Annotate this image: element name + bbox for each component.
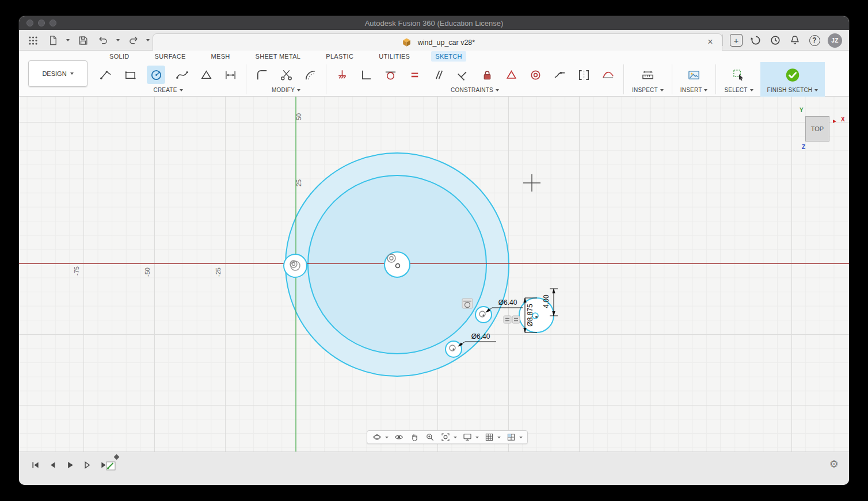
trim-tool-icon[interactable] bbox=[279, 67, 294, 82]
line-tool-icon[interactable] bbox=[98, 67, 113, 82]
select-group: SELECT bbox=[722, 62, 755, 97]
parallel-constraint-icon[interactable] bbox=[431, 67, 446, 82]
viewcube-top-face[interactable]: TOP bbox=[805, 116, 829, 141]
select-dropdown[interactable]: SELECT bbox=[724, 87, 753, 93]
timeline-position-marker bbox=[114, 454, 120, 460]
user-avatar[interactable]: JZ bbox=[828, 33, 842, 48]
dimension-b-label[interactable]: Ø6.40 bbox=[471, 332, 490, 341]
zoom-icon[interactable] bbox=[425, 432, 435, 442]
fit-caret-icon[interactable] bbox=[454, 437, 457, 438]
tab-solid[interactable]: SOLID bbox=[105, 51, 134, 62]
viewcube[interactable]: Y TOP X Z bbox=[796, 107, 849, 154]
timeline-sketch-feature[interactable] bbox=[105, 460, 117, 472]
sync-status-icon[interactable] bbox=[749, 34, 762, 47]
spline-tool-icon[interactable] bbox=[174, 67, 189, 82]
tab-mesh[interactable]: MESH bbox=[207, 51, 234, 62]
close-tab-icon[interactable]: × bbox=[705, 36, 716, 48]
timeline-step-forward-icon[interactable] bbox=[81, 459, 93, 471]
notifications-bell-icon[interactable] bbox=[789, 34, 801, 47]
close-window-button[interactable] bbox=[26, 20, 33, 26]
file-menu-caret-icon[interactable] bbox=[66, 39, 70, 41]
document-tab[interactable]: wind_up_car v28* × bbox=[153, 33, 722, 51]
file-menu-icon[interactable] bbox=[46, 33, 60, 47]
sketch-viewport[interactable]: 50 25 -75 -50 -25 bbox=[19, 97, 849, 452]
dimension-d-label[interactable]: 4.00 bbox=[542, 295, 550, 308]
pan-icon[interactable] bbox=[409, 432, 420, 442]
tab-sketch[interactable]: SKETCH bbox=[431, 51, 466, 62]
timeline-skip-start-icon[interactable] bbox=[29, 459, 41, 471]
horizontal-vertical-constraint-icon[interactable] bbox=[359, 67, 374, 82]
center-sketch-point[interactable] bbox=[396, 264, 400, 268]
display-settings-caret-icon[interactable] bbox=[475, 437, 479, 438]
insert-dropdown[interactable]: INSERT bbox=[680, 87, 708, 93]
left-axle-circle[interactable] bbox=[284, 254, 307, 277]
perpendicular-constraint-icon[interactable] bbox=[455, 67, 470, 82]
finish-sketch-dropdown[interactable]: FINISH SKETCH bbox=[767, 87, 818, 93]
timeline-step-back-icon[interactable] bbox=[47, 459, 58, 471]
circle-tool-icon[interactable] bbox=[147, 66, 165, 84]
concentric-constraint-icon[interactable] bbox=[528, 67, 543, 82]
dimension-a-label[interactable]: Ø6.40 bbox=[498, 299, 517, 307]
fix-lock-constraint-icon[interactable] bbox=[479, 67, 494, 82]
timeline-settings-gear-icon[interactable]: ⚙ bbox=[829, 458, 839, 471]
sketch-dimension-tool-icon[interactable] bbox=[223, 67, 238, 82]
display-settings-icon[interactable] bbox=[462, 432, 473, 442]
minimize-window-button[interactable] bbox=[38, 20, 45, 26]
inspect-group: INSPECT bbox=[630, 62, 666, 97]
smooth-constraint-icon[interactable] bbox=[552, 67, 567, 82]
dimension-c-label[interactable]: Ø8.875 bbox=[526, 304, 534, 327]
inspect-dropdown[interactable]: INSPECT bbox=[632, 87, 664, 93]
tab-sheet-metal[interactable]: SHEET METAL bbox=[252, 51, 305, 62]
workspace-caret-icon bbox=[70, 72, 74, 75]
finish-sketch-group[interactable]: FINISH SKETCH bbox=[760, 62, 825, 97]
symmetry-constraint-icon[interactable] bbox=[576, 67, 591, 82]
rectangle-tool-icon[interactable] bbox=[123, 67, 138, 82]
equal-constraint-icon[interactable] bbox=[407, 67, 422, 82]
y-tick-50: 50 bbox=[295, 113, 302, 120]
new-document-tab-button[interactable]: + bbox=[730, 34, 743, 47]
gear-boss-point[interactable] bbox=[535, 316, 538, 318]
timeline-play-icon[interactable] bbox=[64, 459, 75, 471]
create-dropdown[interactable]: CREATE bbox=[153, 87, 182, 93]
job-status-clock-icon[interactable] bbox=[769, 34, 782, 47]
app-grid-icon[interactable] bbox=[26, 33, 40, 47]
polygon-tool-icon[interactable] bbox=[199, 67, 214, 82]
look-at-icon[interactable] bbox=[394, 432, 404, 442]
ribbon-tools: CREATE MODIFY bbox=[19, 62, 849, 97]
orbit-caret-icon[interactable] bbox=[385, 437, 389, 438]
undo-caret-icon[interactable] bbox=[116, 39, 120, 41]
sketch-drawing[interactable]: 50 25 -75 -50 -25 bbox=[19, 97, 849, 452]
undo-icon[interactable] bbox=[96, 33, 110, 47]
grid-snaps-caret-icon[interactable] bbox=[497, 437, 501, 438]
select-tool-icon[interactable] bbox=[732, 67, 747, 82]
finish-caret-icon bbox=[814, 89, 818, 91]
save-icon[interactable] bbox=[76, 33, 90, 47]
fillet-tool-icon[interactable] bbox=[254, 67, 269, 82]
constraints-dropdown[interactable]: CONSTRAINTS bbox=[451, 87, 499, 93]
coincident-constraint-icon[interactable] bbox=[334, 67, 349, 82]
finish-sketch-check-icon[interactable] bbox=[785, 67, 800, 82]
fit-icon[interactable] bbox=[440, 432, 451, 442]
maximize-window-button[interactable] bbox=[50, 20, 56, 26]
viewports-caret-icon[interactable] bbox=[519, 437, 523, 438]
measure-tool-icon[interactable] bbox=[640, 67, 655, 82]
tab-surface[interactable]: SURFACE bbox=[151, 51, 190, 62]
tab-plastic[interactable]: PLASTIC bbox=[322, 51, 357, 62]
midpoint-constraint-icon[interactable] bbox=[504, 67, 519, 82]
insert-image-icon[interactable] bbox=[687, 67, 702, 82]
y-tick-25: 25 bbox=[295, 179, 302, 186]
orbit-icon[interactable] bbox=[372, 432, 382, 442]
curvature-constraint-icon[interactable] bbox=[600, 67, 615, 82]
insert-group: INSERT bbox=[678, 62, 710, 97]
workspace-selector[interactable]: DESIGN bbox=[28, 60, 87, 87]
redo-icon[interactable] bbox=[126, 33, 140, 47]
modify-dropdown[interactable]: MODIFY bbox=[272, 87, 300, 93]
help-icon[interactable]: ? bbox=[808, 34, 821, 47]
tangent-constraint-icon[interactable] bbox=[383, 67, 398, 82]
offset-tool-icon[interactable] bbox=[303, 67, 318, 82]
grid-snaps-icon[interactable] bbox=[484, 432, 494, 442]
viewports-icon[interactable] bbox=[506, 432, 516, 442]
tab-utilities[interactable]: UTILITIES bbox=[375, 51, 414, 62]
constraints-caret-icon bbox=[496, 89, 499, 91]
redo-caret-icon[interactable] bbox=[146, 39, 150, 41]
